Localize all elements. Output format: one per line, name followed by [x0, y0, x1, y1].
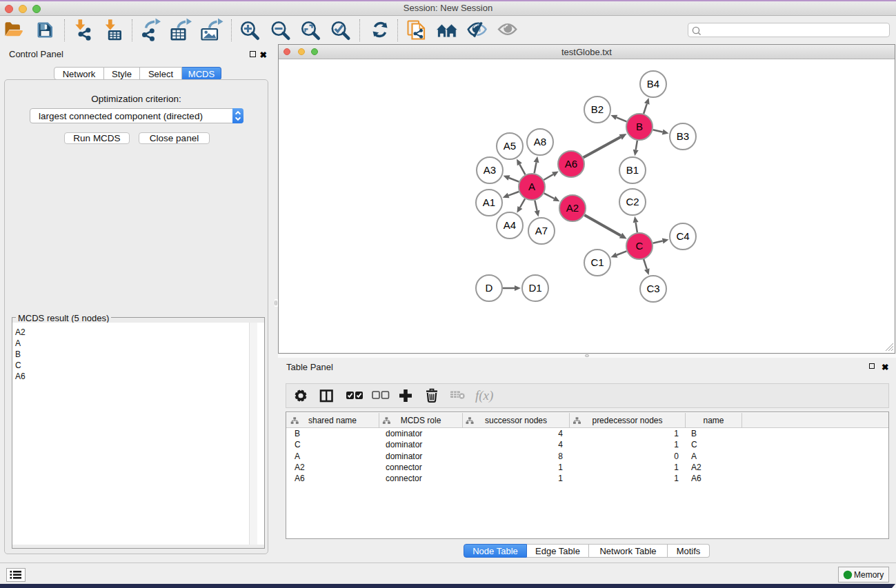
svg-text:A1: A1: [483, 196, 495, 208]
svg-text:D: D: [486, 282, 493, 294]
svg-text:C3: C3: [646, 283, 659, 294]
svg-text:C: C: [636, 240, 644, 252]
svg-text:A3: A3: [484, 164, 496, 176]
svg-text:B1: B1: [626, 164, 639, 176]
svg-text:A2: A2: [566, 202, 579, 214]
svg-text:f(x): f(x): [475, 388, 493, 403]
svg-text:B3: B3: [677, 130, 689, 142]
svg-text:A: A: [528, 181, 535, 192]
svg-text:C1: C1: [590, 256, 604, 268]
svg-text:D1: D1: [528, 282, 541, 294]
svg-text:A5: A5: [504, 140, 516, 152]
svg-text:B: B: [636, 121, 643, 132]
svg-text:A4: A4: [504, 219, 516, 231]
svg-text:A6: A6: [565, 158, 577, 170]
svg-text:C2: C2: [626, 196, 639, 207]
svg-text:A7: A7: [535, 225, 548, 236]
svg-text:B4: B4: [647, 78, 659, 90]
svg-text:C4: C4: [676, 230, 689, 242]
svg-text:A8: A8: [534, 136, 546, 148]
svg-text:B2: B2: [591, 103, 604, 115]
